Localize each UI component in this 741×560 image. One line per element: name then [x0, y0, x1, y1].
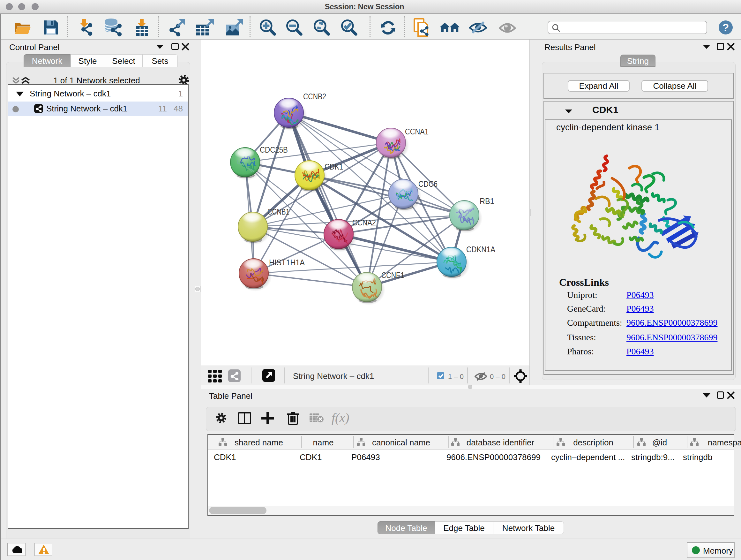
- svg-text:CDC25B: CDC25B: [260, 145, 288, 154]
- svg-text:CDK1: CDK1: [325, 162, 343, 172]
- svg-text:HIST1H1A: HIST1H1A: [269, 258, 305, 267]
- svg-text:CDC6: CDC6: [418, 179, 437, 189]
- svg-text:CCNE1: CCNE1: [381, 270, 404, 280]
- svg-text:CCNB1: CCNB1: [267, 207, 289, 216]
- svg-text:CCNB2: CCNB2: [303, 91, 326, 101]
- svg-text:CDKN1A: CDKN1A: [466, 245, 495, 254]
- svg-text:CCNA2: CCNA2: [352, 218, 376, 227]
- svg-text:RB1: RB1: [480, 196, 494, 206]
- svg-text:CCNA1: CCNA1: [405, 127, 428, 136]
